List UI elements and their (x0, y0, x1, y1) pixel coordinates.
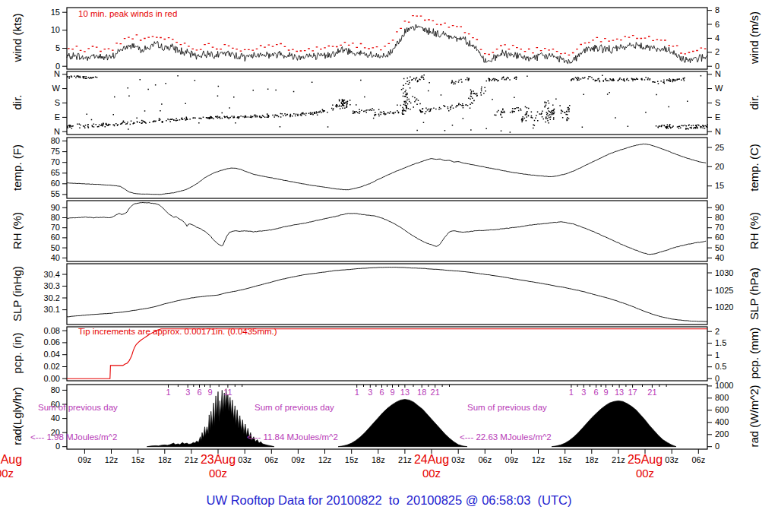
svg-text:6: 6 (379, 388, 384, 397)
svg-text:18z: 18z (372, 455, 385, 464)
svg-text:17: 17 (628, 388, 637, 397)
svg-text:80: 80 (51, 136, 60, 145)
svg-text:8: 8 (715, 5, 719, 14)
svg-text:1: 1 (715, 350, 719, 359)
rad-sum-annotation-1: Sum of previous day <--- 1.98 MJoules/m^… (30, 383, 118, 462)
svg-text:15: 15 (715, 181, 724, 190)
rad-sum-annotation-1-title: Sum of previous day (38, 403, 118, 413)
rad-sum-annotation-3-value: <--- 22.63 MJoules/m^2 (460, 432, 552, 442)
svg-text:40: 40 (715, 253, 724, 262)
svg-text:70: 70 (715, 223, 724, 232)
svg-text:13: 13 (615, 388, 624, 397)
pcp-series (67, 329, 707, 378)
svg-text:70: 70 (51, 223, 60, 232)
svg-text:6: 6 (594, 388, 599, 397)
svg-text:2: 2 (715, 47, 719, 56)
svg-text:0.08: 0.08 (44, 326, 60, 335)
rad-day2-area (338, 400, 467, 447)
svg-text:75: 75 (51, 147, 60, 156)
svg-text:N: N (715, 69, 721, 78)
svg-text:80: 80 (51, 213, 60, 222)
svg-text:03z: 03z (665, 455, 678, 464)
svg-text:50: 50 (51, 243, 60, 252)
date-sublabel: 00z (628, 467, 663, 480)
y-axis-label-rad-wm2: rad (W/m^2) (748, 363, 761, 470)
plot-title: UW Rooftop Data for 20100822 to 20100825… (0, 493, 778, 508)
svg-text:600: 600 (715, 405, 729, 414)
svg-text:30.2: 30.2 (44, 293, 60, 302)
x-axis-date-25aug: 25Aug 00z (628, 453, 663, 480)
svg-text:9: 9 (390, 388, 394, 397)
slp-panel: 30.130.230.330.4102010251030 (44, 264, 734, 325)
svg-text:W: W (715, 84, 723, 93)
svg-text:1025: 1025 (715, 286, 733, 295)
x-axis-date-22aug: 22Aug 00z (0, 453, 22, 480)
svg-text:3: 3 (185, 388, 190, 397)
wind-peaks-series (68, 16, 706, 55)
svg-text:E: E (715, 112, 720, 122)
rad-sum-annotation-3-title: Sum of previous day (467, 403, 552, 413)
x-axis-date-23aug: 23Aug 00z (201, 453, 236, 480)
svg-text:18: 18 (417, 388, 426, 397)
date-sublabel: 00z (0, 467, 22, 480)
rad-sum-annotation-2-value: <--- 11.84 MJoules/m^2 (247, 432, 338, 442)
svg-text:80: 80 (715, 213, 724, 222)
rh-panel: 405060708090405060708090 (51, 201, 725, 262)
svg-text:1030: 1030 (715, 268, 733, 277)
svg-text:S: S (715, 98, 720, 107)
svg-text:06z: 06z (691, 455, 705, 464)
svg-text:0.5: 0.5 (715, 362, 726, 371)
svg-text:60: 60 (51, 179, 60, 188)
svg-text:2: 2 (715, 327, 719, 336)
svg-text:10: 10 (51, 25, 60, 34)
svg-text:1: 1 (569, 388, 574, 397)
svg-text:0.00: 0.00 (44, 374, 60, 383)
dir-panel: NESWNNESWN (52, 69, 723, 135)
rad-sum-annotation-3: Sum of previous day <--- 22.63 MJoules/m… (460, 383, 552, 462)
svg-text:0.06: 0.06 (44, 337, 60, 347)
svg-text:6: 6 (197, 388, 201, 397)
svg-text:3: 3 (581, 388, 586, 397)
svg-text:50: 50 (715, 243, 724, 252)
svg-text:40: 40 (51, 253, 60, 262)
svg-text:18z: 18z (158, 455, 172, 464)
svg-text:1000: 1000 (715, 381, 733, 390)
svg-text:21: 21 (431, 388, 440, 397)
svg-text:18z: 18z (585, 455, 599, 464)
svg-text:30.1: 30.1 (44, 305, 60, 314)
svg-text:N: N (54, 127, 60, 136)
temp-panel: 556065707580152025 (51, 136, 725, 198)
svg-text:15z: 15z (345, 455, 359, 464)
svg-text:20: 20 (715, 162, 724, 171)
svg-text:S: S (55, 98, 60, 107)
svg-text:15: 15 (51, 8, 60, 17)
svg-text:0.04: 0.04 (44, 350, 60, 359)
svg-text:9: 9 (603, 388, 608, 397)
svg-text:800: 800 (715, 393, 729, 402)
svg-text:5: 5 (55, 43, 60, 52)
svg-text:1: 1 (166, 388, 170, 397)
pcp-tip-annotation: Tip increments are approx. 0.00171in. (0… (78, 327, 277, 336)
rad-sum-annotation-1-value: <--- 1.98 MJoules/m^2 (30, 432, 118, 442)
svg-text:90: 90 (51, 203, 60, 212)
svg-text:200: 200 (715, 429, 729, 439)
svg-text:30.4: 30.4 (44, 270, 60, 279)
svg-text:13: 13 (400, 388, 410, 397)
svg-text:6: 6 (715, 20, 719, 29)
svg-text:1.5: 1.5 (715, 338, 726, 347)
svg-text:15z: 15z (131, 455, 145, 464)
svg-text:1: 1 (355, 388, 359, 397)
slp-series (67, 268, 707, 322)
svg-text:15z: 15z (558, 455, 572, 464)
dir-scatter (67, 74, 708, 133)
date-sublabel: 00z (201, 467, 236, 480)
svg-text:21z: 21z (398, 455, 412, 464)
svg-text:55: 55 (51, 189, 60, 198)
svg-text:9: 9 (207, 388, 212, 397)
svg-text:25: 25 (715, 143, 724, 152)
svg-text:70: 70 (51, 157, 60, 166)
svg-text:30.3: 30.3 (44, 281, 60, 290)
rad-sum-annotation-2-title: Sum of previous day (255, 403, 338, 413)
date-label: 22Aug (0, 453, 22, 467)
date-label: 25Aug (628, 453, 663, 467)
